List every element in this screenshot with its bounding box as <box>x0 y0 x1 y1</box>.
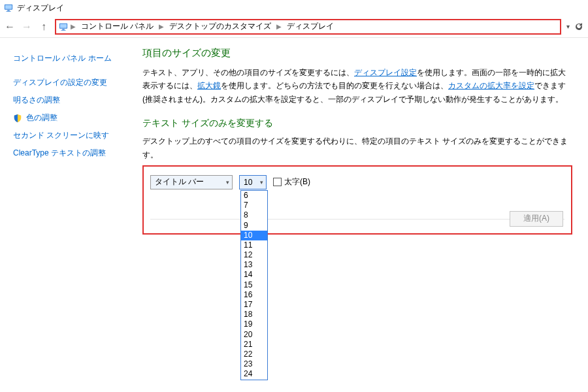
chevron-down-icon: ▾ <box>226 179 229 186</box>
window-title: ディスプレイ <box>17 3 64 14</box>
size-dropdown-list[interactable]: 6789101112131415161718192021222324 <box>240 190 268 380</box>
forward-button[interactable]: → <box>21 21 33 33</box>
text-size-panel: タイトル バー ▾ 10 ▾ 太字(B) 適用(A) 6789101112131… <box>142 165 572 235</box>
display-icon <box>59 22 68 31</box>
size-option[interactable]: 18 <box>241 310 267 319</box>
text-fragment: を使用します。どちらの方法でも目的の変更を行えない場合は、 <box>221 81 448 90</box>
divider <box>150 219 564 220</box>
main-content: 項目のサイズの変更 テキスト、アプリ、その他の項目のサイズを変更するには、ディス… <box>137 38 588 392</box>
sidebar-item-home[interactable]: コントロール パネル ホーム <box>13 50 132 67</box>
size-option[interactable]: 11 <box>241 240 267 250</box>
apply-button[interactable]: 適用(A) <box>510 211 563 227</box>
chevron-right-icon: ▶ <box>276 23 282 30</box>
size-option[interactable]: 14 <box>241 270 267 280</box>
svg-rect-1 <box>5 5 12 9</box>
size-option[interactable]: 19 <box>241 319 267 329</box>
size-option[interactable]: 6 <box>241 191 267 201</box>
sidebar-item-second-screen[interactable]: セカンド スクリーンに映す <box>13 127 132 144</box>
size-combo-value: 10 <box>244 178 252 187</box>
sidebar-item-label: コントロール パネル ホーム <box>13 53 112 64</box>
chevron-down-icon[interactable]: ▾ <box>566 23 570 30</box>
svg-rect-5 <box>60 24 67 27</box>
subtext: デスクトップ上のすべての項目のサイズを変更する代わりに、特定の項目のテキスト サ… <box>142 135 572 161</box>
size-option[interactable]: 12 <box>241 250 267 260</box>
refresh-button[interactable] <box>574 22 584 32</box>
chevron-right-icon: ▶ <box>159 23 164 30</box>
size-option[interactable]: 10 <box>241 231 267 240</box>
description-text: テキスト、アプリ、その他の項目のサイズを変更するには、ディスプレイ設定を使用しま… <box>142 66 572 106</box>
sidebar-item-label: ClearType テキストの調整 <box>13 148 106 159</box>
breadcrumb-item[interactable]: デスクトップのカスタマイズ <box>167 21 274 32</box>
size-option[interactable]: 21 <box>241 340 267 350</box>
item-combo-value: タイトル バー <box>155 176 204 188</box>
shield-icon <box>13 114 22 123</box>
checkbox-box <box>273 178 282 186</box>
bold-checkbox[interactable]: 太字(B) <box>273 176 310 188</box>
sidebar-item-display-settings[interactable]: ディスプレイの設定の変更 <box>13 74 132 91</box>
svg-rect-7 <box>61 29 66 30</box>
link-magnifier[interactable]: 拡大鏡 <box>197 81 221 90</box>
navbar: ← → ↑ ▶ コントロール パネル ▶ デスクトップのカスタマイズ ▶ ディス… <box>0 16 588 38</box>
sidebar-item-label: 色の調整 <box>26 112 57 123</box>
sidebar-item-brightness[interactable]: 明るさの調整 <box>13 91 132 109</box>
chevron-right-icon: ▶ <box>71 23 76 30</box>
size-option[interactable]: 23 <box>241 359 267 369</box>
sidebar-item-label: 明るさの調整 <box>13 95 60 106</box>
size-option[interactable]: 17 <box>241 300 267 310</box>
breadcrumb-item[interactable]: コントロール パネル <box>78 21 156 32</box>
titlebar: ディスプレイ <box>0 0 588 16</box>
size-option[interactable]: 9 <box>241 221 267 231</box>
link-custom-scale[interactable]: カスタムの拡大率を設定 <box>448 81 534 90</box>
display-icon <box>4 3 13 12</box>
link-display-settings[interactable]: ディスプレイ設定 <box>354 68 417 77</box>
item-combo[interactable]: タイトル バー ▾ <box>150 175 233 189</box>
size-option[interactable]: 22 <box>241 350 267 359</box>
heading-text-size: テキスト サイズのみを変更する <box>142 118 572 129</box>
svg-rect-3 <box>7 11 11 12</box>
size-option[interactable]: 16 <box>241 290 267 300</box>
heading-item-size: 項目のサイズの変更 <box>142 47 572 59</box>
back-button[interactable]: ← <box>4 21 16 33</box>
breadcrumb[interactable]: ▶ コントロール パネル ▶ デスクトップのカスタマイズ ▶ ディスプレイ <box>55 19 561 35</box>
size-option[interactable]: 7 <box>241 201 267 210</box>
chevron-down-icon: ▾ <box>260 179 263 186</box>
svg-rect-2 <box>7 10 10 11</box>
sidebar-item-cleartype[interactable]: ClearType テキストの調整 <box>13 144 132 162</box>
sidebar-item-color[interactable]: 色の調整 <box>13 109 132 127</box>
sidebar: コントロール パネル ホーム ディスプレイの設定の変更 明るさの調整 色の調整 … <box>0 38 137 392</box>
sidebar-item-label: セカンド スクリーンに映す <box>13 130 109 141</box>
size-option[interactable]: 15 <box>241 280 267 290</box>
size-option[interactable]: 13 <box>241 260 267 270</box>
svg-rect-6 <box>62 29 65 29</box>
bold-checkbox-label: 太字(B) <box>284 176 310 188</box>
size-option[interactable]: 20 <box>241 330 267 340</box>
size-option[interactable]: 24 <box>241 369 267 379</box>
breadcrumb-item[interactable]: ディスプレイ <box>284 21 336 32</box>
size-option[interactable]: 8 <box>241 210 267 220</box>
size-combo[interactable]: 10 ▾ <box>239 175 267 189</box>
text-fragment: テキスト、アプリ、その他の項目のサイズを変更するには、 <box>142 68 354 77</box>
up-button[interactable]: ↑ <box>38 21 50 33</box>
sidebar-item-label: ディスプレイの設定の変更 <box>13 77 107 88</box>
